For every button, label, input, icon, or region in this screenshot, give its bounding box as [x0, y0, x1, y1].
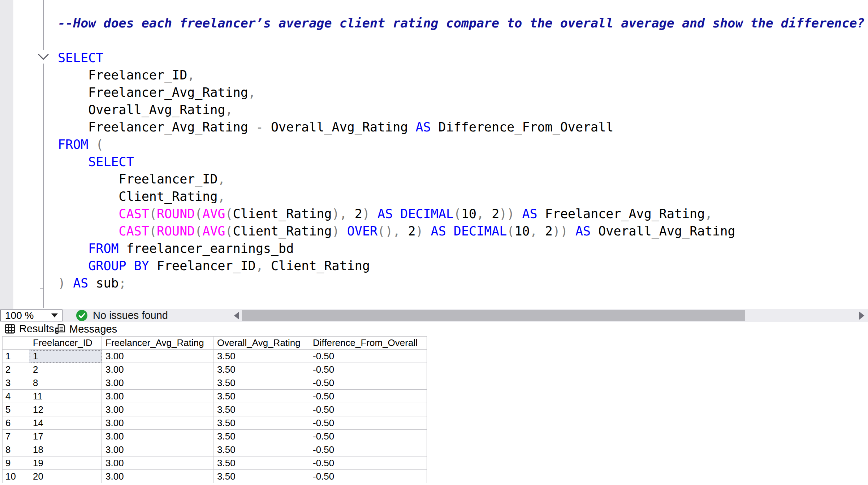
scroll-right-arrow-icon[interactable] [859, 312, 864, 320]
grid-cell[interactable]: -0.50 [309, 416, 427, 430]
code-token: , [225, 103, 233, 117]
code-line: Freelancer_ID, [58, 170, 865, 188]
scroll-left-arrow-icon[interactable] [234, 312, 239, 320]
grid-row: 10203.003.50-0.50 [3, 470, 427, 483]
grid-cell[interactable]: 11 [29, 390, 102, 403]
grid-row-number[interactable]: 9 [3, 456, 29, 470]
code-token [393, 207, 400, 221]
tab-messages[interactable]: Messages [51, 322, 114, 336]
grid-row-number[interactable]: 10 [3, 470, 29, 483]
grid-row-number[interactable]: 3 [3, 376, 29, 390]
grid-row-number[interactable]: 7 [3, 430, 29, 443]
grid-cell[interactable]: -0.50 [309, 470, 427, 483]
grid-row: 9193.003.50-0.50 [3, 456, 427, 470]
code-token: OVER [347, 224, 377, 238]
grid-corner-header[interactable] [3, 337, 29, 350]
results-pane-tabs: Results Messages [0, 322, 868, 336]
grid-cell[interactable]: 8 [29, 376, 102, 390]
grid-row-number[interactable]: 2 [3, 363, 29, 376]
editor-status-bar: 100 % No issues found [0, 309, 868, 322]
grid-cell[interactable]: 3.50 [213, 443, 309, 456]
grid-row-number[interactable]: 8 [3, 443, 29, 456]
dropdown-caret-icon [51, 313, 58, 317]
grid-column-header[interactable]: Overall_Avg_Rating [213, 337, 309, 350]
grid-cell[interactable]: 3.50 [213, 416, 309, 430]
results-grid: Freelancer_IDFreelancer_Avg_RatingOveral… [2, 336, 427, 483]
grid-column-header[interactable]: Difference_From_Overall [309, 337, 427, 350]
code-token [446, 224, 454, 238]
sql-code-block[interactable]: --How does each freelancer’s average cli… [58, 14, 865, 292]
grid-cell[interactable]: -0.50 [309, 443, 427, 456]
grid-cell[interactable]: -0.50 [309, 456, 427, 470]
grid-column-header[interactable]: Freelancer_ID [29, 337, 102, 350]
grid-row: 223.003.50-0.50 [3, 363, 427, 376]
code-token: Client_Rating [263, 259, 370, 273]
code-token: , [187, 68, 195, 82]
grid-row-number[interactable]: 6 [3, 416, 29, 430]
grid-row-number[interactable]: 4 [3, 390, 29, 403]
zoom-level-dropdown[interactable]: 100 % [0, 309, 62, 321]
grid-cell[interactable]: 3.00 [102, 416, 213, 430]
grid-cell[interactable]: 3.50 [213, 350, 309, 363]
horizontal-scrollbar[interactable] [231, 309, 868, 322]
grid-cell[interactable]: -0.50 [309, 430, 427, 443]
code-token: 2 [408, 224, 415, 238]
grid-column-header[interactable]: Freelancer_Avg_Rating [102, 337, 213, 350]
grid-cell[interactable]: -0.50 [309, 390, 427, 403]
grid-cell[interactable]: 20 [29, 470, 102, 483]
editor-gutter [0, 0, 13, 309]
grid-cell[interactable]: 3.00 [102, 443, 213, 456]
grid-cell[interactable]: -0.50 [309, 363, 427, 376]
code-token: AS [575, 224, 591, 238]
grid-cell[interactable]: 19 [29, 456, 102, 470]
grid-cell[interactable]: 3.00 [102, 390, 213, 403]
grid-cell[interactable]: 3.50 [213, 456, 309, 470]
grid-cell[interactable]: 3.50 [213, 376, 309, 390]
grid-cell[interactable]: 3.50 [213, 390, 309, 403]
issues-status: No issues found [76, 309, 168, 322]
horizontal-scrollbar-thumb[interactable] [242, 310, 745, 321]
grid-cell[interactable]: -0.50 [309, 403, 427, 416]
code-line: FROM freelancer_earnings_bd [58, 240, 865, 257]
grid-cell[interactable]: 12 [29, 403, 102, 416]
grid-cell[interactable]: 3.00 [102, 456, 213, 470]
results-grid-icon [4, 323, 16, 334]
grid-cell[interactable]: 1 [29, 350, 102, 363]
tab-results[interactable]: Results [1, 322, 57, 336]
grid-cell[interactable]: 3.50 [213, 363, 309, 376]
grid-cell[interactable]: 3.00 [102, 363, 213, 376]
grid-cell[interactable]: 14 [29, 416, 102, 430]
grid-cell[interactable]: 3.00 [102, 430, 213, 443]
code-token: sub [88, 276, 118, 290]
code-token: Freelancer_ID [149, 259, 256, 273]
grid-cell[interactable]: 17 [29, 430, 102, 443]
grid-row-number[interactable]: 5 [3, 403, 29, 416]
code-line: SELECT [58, 153, 865, 170]
code-token: ( [225, 224, 233, 238]
sql-editor[interactable]: --How does each freelancer’s average cli… [0, 0, 868, 309]
code-token: ROUND [157, 224, 195, 238]
code-token [58, 241, 88, 256]
code-token: GROUP BY [88, 259, 149, 273]
grid-cell[interactable]: 3.00 [102, 403, 213, 416]
grid-cell[interactable]: 3.50 [213, 470, 309, 483]
code-token: ; [119, 276, 126, 290]
grid-cell[interactable]: 18 [29, 443, 102, 456]
fold-collapse-chevron-icon[interactable] [37, 53, 50, 61]
code-token [58, 224, 119, 238]
code-token [58, 155, 88, 169]
grid-cell[interactable]: -0.50 [309, 350, 427, 363]
grid-cell[interactable]: 3.50 [213, 430, 309, 443]
grid-cell[interactable]: 3.00 [102, 470, 213, 483]
grid-cell[interactable]: 3.00 [102, 350, 213, 363]
code-token: )) [499, 207, 522, 221]
grid-cell[interactable]: 3.50 [213, 403, 309, 416]
code-token: ) [58, 276, 73, 290]
grid-cell[interactable]: 3.00 [102, 376, 213, 390]
code-token: FROM [88, 241, 118, 256]
grid-cell[interactable]: -0.50 [309, 376, 427, 390]
code-token: , [218, 189, 225, 204]
grid-row-number[interactable]: 1 [3, 350, 29, 363]
code-line: Freelancer_Avg_Rating, [58, 84, 865, 101]
grid-cell[interactable]: 2 [29, 363, 102, 376]
